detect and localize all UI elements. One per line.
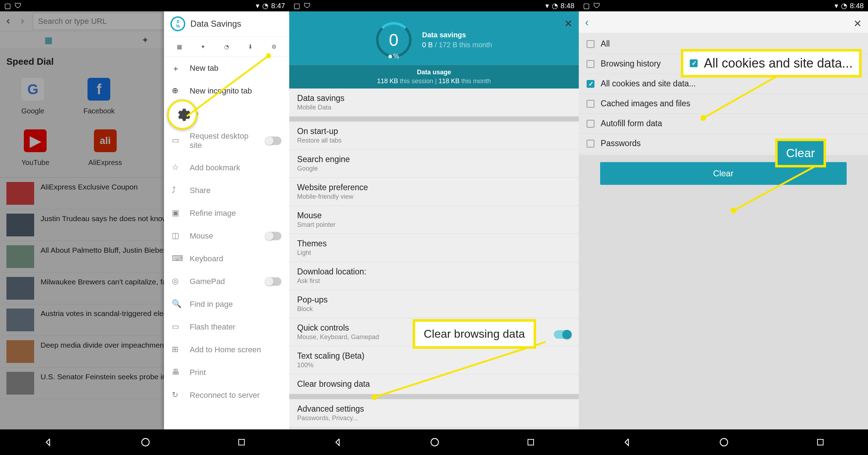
menu-item[interactable]: ＋New tab (164, 57, 289, 80)
nav-back-icon[interactable] (333, 437, 343, 447)
panel-1-browser-home: ▢ 🛡 ▾ ◔ 8:47 Search or type URL ▦ ✦ ◔ Sp… (0, 0, 289, 455)
status-time: 8:48 (850, 2, 864, 10)
menu-item[interactable]: 🔍Find in page (164, 293, 289, 316)
svg-point-12 (720, 439, 728, 446)
menu-item-icon: 🔍 (172, 299, 182, 309)
settings-row[interactable]: MouseSmart pointer (289, 206, 578, 234)
settings-row[interactable]: Clear browsing data (289, 374, 578, 394)
checkbox[interactable] (587, 40, 594, 48)
clock-icon: ◔ (262, 1, 268, 10)
clear-data-option[interactable]: Autofill form data (579, 114, 868, 134)
nav-recent-icon[interactable] (237, 438, 246, 446)
nav-back-icon[interactable] (43, 437, 53, 447)
checkbox[interactable] (587, 100, 594, 108)
settings-row[interactable]: Download location:Ask first (289, 262, 578, 290)
callout-clear-browsing: Clear browsing data (413, 319, 536, 349)
checkbox[interactable] (587, 120, 594, 128)
image-icon: ▢ (293, 1, 300, 10)
svg-point-11 (731, 208, 736, 213)
menu-item[interactable]: ⊞Add to Home screen (164, 338, 289, 361)
shield-icon: 🛡 (593, 2, 600, 10)
clock-icon: ◔ (841, 1, 847, 10)
checkbox[interactable] (587, 140, 594, 148)
status-bar: ▢ 🛡 ▾ ◔ 8:47 (0, 0, 289, 11)
settings-row[interactable]: Data savingsMobile Data (289, 89, 578, 117)
menu-item[interactable]: ⊕New incognito tab (164, 80, 289, 102)
callout-cookies: All cookies and site data... (681, 49, 862, 77)
nav-home-icon[interactable] (719, 437, 729, 447)
settings-icon[interactable]: ⚙ (269, 42, 279, 52)
menu-item-icon: 🖶 (172, 368, 182, 378)
settings-row[interactable]: On start-upRestore all tabs (289, 122, 578, 150)
menu-item[interactable]: ▣Refine image (164, 202, 289, 225)
android-navbar (289, 429, 578, 455)
settings-row[interactable]: Website preferenceMobile-friendly view (289, 178, 578, 206)
drawer-title[interactable]: Data Savings (190, 19, 241, 29)
data-savings-ring: 0 % (170, 16, 185, 31)
menu-item-icon: ▭ (172, 322, 182, 332)
wifi-icon: ▾ (545, 1, 549, 10)
settings-highlight (167, 100, 197, 130)
menu-item[interactable]: ◎GamePad (164, 270, 289, 293)
menu-item[interactable]: ⤴Share (164, 179, 289, 202)
bookmark-box-icon[interactable]: ✦ (198, 42, 208, 52)
shield-icon: 🛡 (15, 2, 22, 10)
nav-home-icon[interactable] (430, 437, 440, 447)
menu-item[interactable]: ☆Add bookmark (164, 156, 289, 179)
svg-point-2 (142, 439, 149, 446)
status-bar: ▢🛡 ▾◔8:48 (579, 0, 868, 11)
checkbox[interactable] (587, 80, 594, 88)
menu-item[interactable]: 🖶Print (164, 361, 289, 384)
back-chevron-icon[interactable]: ‹ (585, 16, 589, 29)
toggle-switch[interactable] (265, 277, 281, 286)
menu-item[interactable]: ▭Flash theater (164, 316, 289, 338)
savings-ring: 0 % (376, 22, 412, 58)
shield-icon: 🛡 (304, 2, 311, 10)
settings-row[interactable]: Pop-upsBlock (289, 290, 578, 318)
svg-rect-7 (528, 439, 534, 445)
menu-item-icon: ＋ (172, 63, 182, 73)
settings-row[interactable]: ThemesLight (289, 234, 578, 262)
checkbox[interactable] (587, 60, 594, 68)
svg-rect-13 (817, 439, 823, 445)
savings-label: Data savings (422, 30, 492, 40)
clear-data-option[interactable]: Cached images and files (579, 94, 868, 114)
settings-row[interactable]: Text scaling (Beta)100% (289, 346, 578, 374)
menu-item[interactable]: ⌨Keyboard (164, 247, 289, 270)
nav-home-icon[interactable] (141, 437, 150, 447)
toggle-switch[interactable] (265, 232, 281, 240)
toggle-switch[interactable] (265, 136, 281, 145)
android-navbar (579, 429, 868, 455)
menu-item[interactable]: ◫Mouse (164, 225, 289, 247)
toggle-on[interactable] (554, 330, 571, 339)
nav-recent-icon[interactable] (816, 438, 825, 446)
menu-item-icon: ⊞ (172, 345, 182, 355)
menu-item-icon: ☆ (172, 163, 182, 173)
nav-recent-icon[interactable] (526, 438, 535, 446)
panel-2-settings: ▢🛡 ▾◔8:48 ✕ 0 % Data savings 0 B / 172 B… (289, 0, 578, 455)
menu-item[interactable]: ▭Request desktop site (164, 125, 289, 156)
usage-title: Data usage (289, 69, 578, 76)
wifi-icon: ▾ (835, 1, 838, 10)
callout-clear: Clear (775, 139, 826, 167)
image-icon: ▢ (583, 1, 590, 10)
checkbox-checked-icon (690, 59, 698, 67)
close-icon[interactable]: ✕ (853, 18, 862, 30)
nav-back-icon[interactable] (622, 437, 632, 447)
menu-item-icon: ⊕ (172, 86, 182, 96)
android-navbar (0, 429, 289, 455)
tabs-icon[interactable]: ▦ (174, 42, 184, 52)
panel-3-clear-data: ▢🛡 ▾◔8:48 ✕ ‹ AllBrowsing historyAll coo… (579, 0, 868, 455)
menu-item-icon: ⤴ (172, 186, 182, 196)
wifi-icon: ▾ (256, 1, 259, 10)
menu-item[interactable]: ↻Reconnect to server (164, 384, 289, 407)
history-icon[interactable]: ◔ (222, 42, 232, 52)
image-icon: ▢ (4, 1, 11, 10)
close-icon[interactable]: ✕ (564, 18, 572, 30)
menu-item-icon: ▣ (172, 208, 182, 218)
settings-row[interactable]: Advanced settingsPasswords, Privacy... (289, 399, 578, 427)
gear-icon (174, 107, 191, 123)
download-icon[interactable]: ⬇ (245, 42, 255, 52)
settings-row[interactable]: Search engineGoogle (289, 150, 578, 178)
menu-item-icon: ⌨ (172, 254, 182, 264)
